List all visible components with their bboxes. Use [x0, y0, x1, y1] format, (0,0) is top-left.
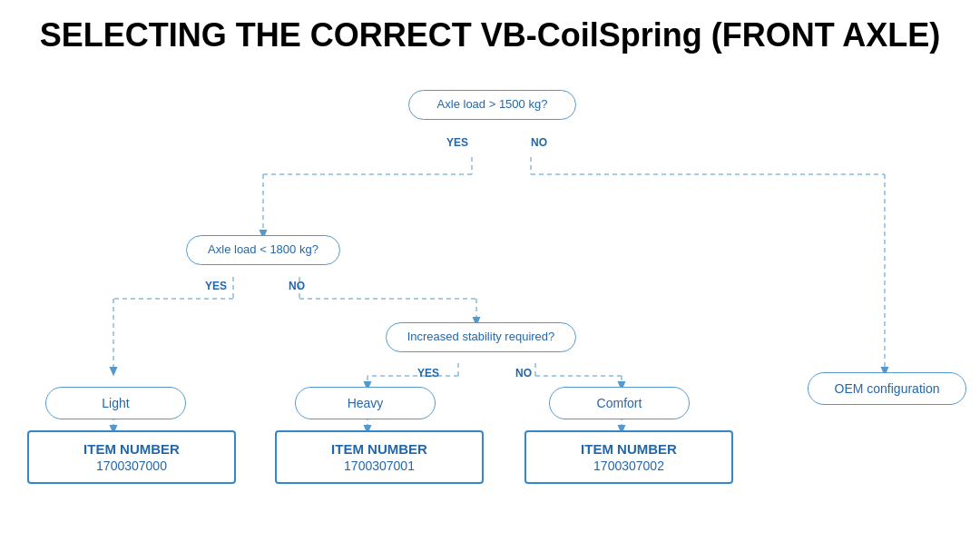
- question-1: Axle load > 1500 kg?: [408, 90, 576, 120]
- page-title: SELECTING THE CORRECT VB-CoilSpring (FRO…: [18, 16, 962, 54]
- question-2: Axle load < 1800 kg?: [186, 235, 340, 265]
- result-comfort: Comfort: [549, 387, 690, 419]
- result-heavy: Heavy: [295, 387, 436, 419]
- item-box-0: ITEM NUMBER 1700307000: [27, 430, 236, 484]
- q3-yes-label: YES: [417, 367, 439, 380]
- diagram: Axle load > 1500 kg? YES NO Axle load < …: [18, 76, 962, 494]
- item-number-1: 1700307001: [288, 458, 471, 473]
- item-box-1: ITEM NUMBER 1700307001: [275, 430, 484, 484]
- page: SELECTING THE CORRECT VB-CoilSpring (FRO…: [0, 0, 980, 552]
- result-oem: OEM configuration: [808, 372, 966, 405]
- item-number-2: 1700307002: [537, 458, 720, 473]
- item-label-0: ITEM NUMBER: [40, 441, 223, 457]
- item-number-0: 1700307000: [40, 458, 223, 473]
- q1-yes-label: YES: [446, 136, 468, 149]
- q2-no-label: NO: [289, 280, 305, 292]
- item-label-1: ITEM NUMBER: [288, 441, 471, 457]
- q1-no-label: NO: [531, 136, 547, 149]
- item-box-2: ITEM NUMBER 1700307002: [524, 430, 733, 484]
- q3-no-label: NO: [515, 367, 532, 380]
- question-3: Increased stability required?: [386, 322, 576, 352]
- q2-yes-label: YES: [205, 280, 227, 292]
- result-light: Light: [45, 387, 186, 419]
- item-label-2: ITEM NUMBER: [537, 441, 720, 457]
